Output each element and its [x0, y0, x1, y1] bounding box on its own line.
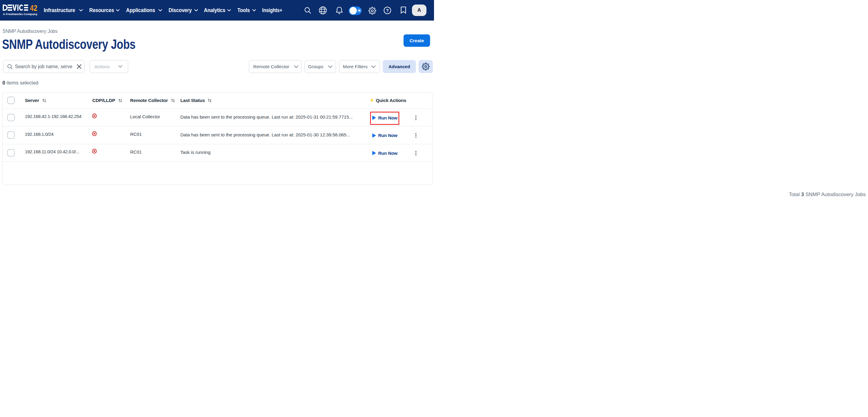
svg-text:A Freshworks Company: A Freshworks Company: [3, 12, 37, 16]
svg-text:42: 42: [30, 4, 37, 13]
svg-text:?: ?: [386, 8, 389, 13]
